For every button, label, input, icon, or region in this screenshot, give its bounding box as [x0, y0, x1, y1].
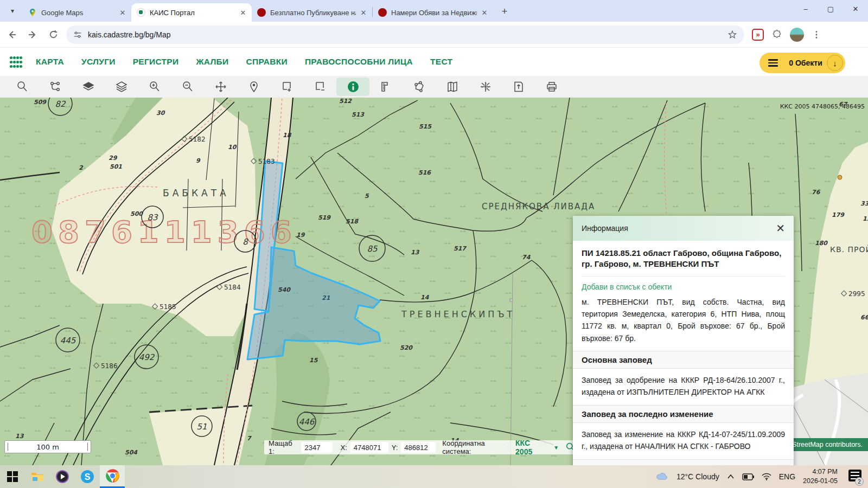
objects-download-arrow[interactable]: ↓	[827, 55, 843, 71]
battery-icon[interactable]	[742, 473, 754, 480]
site-settings-icon[interactable]	[73, 30, 82, 40]
locate-tool[interactable]	[237, 77, 270, 97]
info-panel-body: ПИ 14218.85.21 област Габрово, община Га…	[573, 241, 794, 465]
wifi-icon[interactable]	[762, 473, 771, 480]
parcel-number: 74	[522, 254, 531, 261]
select-rect-remove-tool[interactable]	[303, 77, 336, 97]
tab-kais-portal[interactable]: КАИС Портал ✕	[131, 3, 252, 22]
clock[interactable]: 4:07 PM 2026-01-05	[803, 467, 838, 486]
browser-url-bar: kais.cadastre.bg/bg/Map »	[0, 22, 868, 48]
survey-point-number: 5186	[101, 362, 118, 370]
map-legend-tool[interactable]	[436, 77, 469, 97]
close-button[interactable]: ✕	[843, 0, 868, 17]
tab-bezplatno[interactable]: Безплатно Публикуване на Об ✕	[252, 3, 372, 22]
maximize-button[interactable]: ▢	[818, 0, 843, 17]
notification-center-icon[interactable]: 2	[845, 470, 861, 484]
kais-favicon	[137, 8, 145, 17]
print-tool[interactable]	[535, 77, 568, 97]
objects-list-button[interactable]: 0 Обекти ↓	[760, 53, 845, 73]
circled-parcel-number: 445	[60, 336, 76, 345]
menu-spravki[interactable]: СПРАВКИ	[246, 57, 288, 67]
parcel-number: 179	[832, 211, 845, 219]
language-indicator[interactable]: ENG	[779, 472, 795, 481]
menu-uslugi[interactable]: УСЛУГИ	[81, 57, 116, 67]
skype-icon[interactable]: S	[75, 465, 100, 488]
weather-cloud-icon	[656, 472, 669, 481]
weather-text[interactable]: 12°C Cloudy	[676, 472, 719, 481]
tab-close-icon[interactable]: ✕	[118, 8, 127, 17]
menu-test[interactable]: ТЕСТ	[430, 57, 452, 67]
add-to-objects-link[interactable]: Добави в списък с обекти	[582, 282, 785, 291]
crs-dropdown-caret[interactable]: ▼	[553, 445, 559, 451]
site-favicon	[257, 8, 266, 17]
parcel-number: 29	[108, 155, 118, 162]
tab-search-chevron-icon[interactable]: ▾	[5, 4, 20, 18]
layers-filled-tool[interactable]	[72, 77, 105, 97]
info-panel-title: Информация	[582, 224, 776, 233]
survey-point-number: 5184	[224, 284, 241, 291]
search-tool[interactable]	[5, 77, 39, 97]
parcel-number: 21	[322, 294, 330, 301]
place-label: ТРЕВНЕНСКИПЪТ	[401, 309, 515, 319]
map-toolbar	[0, 76, 868, 98]
forward-button[interactable]	[24, 26, 41, 43]
info-panel-close-icon[interactable]: ✕	[776, 223, 785, 234]
zoom-in-tool[interactable]	[138, 77, 171, 97]
file-explorer-icon[interactable]	[25, 465, 50, 488]
back-button[interactable]	[3, 26, 21, 43]
menu-karta[interactable]: КАРТА	[36, 57, 64, 67]
select-related-tool[interactable]	[39, 77, 72, 97]
parcel-number: 520	[400, 344, 413, 351]
y-input[interactable]	[401, 442, 436, 453]
info-tool[interactable]	[336, 78, 369, 96]
crs-value[interactable]: ККС 2005	[515, 439, 547, 456]
extensions-puzzle-icon[interactable]	[771, 29, 782, 40]
browser-action-icons: »	[752, 28, 821, 42]
x-input[interactable]	[350, 442, 388, 453]
watermark-text: 0876111366	[31, 214, 297, 249]
tab-close-icon[interactable]: ✕	[480, 8, 489, 17]
apps-grid-icon[interactable]	[7, 53, 25, 71]
measure-area-tool[interactable]	[403, 77, 436, 97]
select-rect-add-tool[interactable]	[270, 77, 303, 97]
browser-menu-kebab-icon[interactable]	[812, 30, 821, 40]
tab-label: КАИС Портал	[150, 9, 235, 17]
tab-google-maps[interactable]: Google Maps ✕	[23, 3, 131, 22]
menu-zhalbi[interactable]: ЖАЛБИ	[196, 57, 228, 67]
start-button[interactable]	[0, 465, 25, 488]
info-panel: Информация ✕ ПИ 14218.85.21 област Габро…	[573, 216, 794, 465]
profile-avatar[interactable]	[790, 28, 804, 42]
survey-point-number: 5183	[258, 158, 275, 165]
tab-close-icon[interactable]: ✕	[239, 8, 247, 17]
info-panel-header: Информация ✕	[573, 216, 794, 241]
layers-tool[interactable]	[105, 77, 138, 97]
pan-tool[interactable]	[204, 77, 237, 97]
export-tool[interactable]	[502, 77, 535, 97]
cadastre-map[interactable]: 0876111366 БАБКАТАСРЕДНЯКОВА ЛИВАДАТРЕВН…	[0, 98, 868, 465]
minimize-button[interactable]: –	[793, 0, 818, 17]
new-tab-button[interactable]: +	[497, 4, 512, 18]
parcel-number: 504	[125, 449, 138, 456]
section-heading-main-order: Основна заповед	[573, 351, 794, 369]
scale-input[interactable]	[301, 442, 333, 453]
parcel-number: 15	[309, 357, 318, 364]
reload-button[interactable]	[44, 26, 62, 43]
tab-label: Намери Обяви за Недвижими	[391, 9, 477, 17]
menu-pravosposobni-lica[interactable]: ПРАВОСПОСОБНИ ЛИЦА	[305, 57, 413, 67]
parcel-number: 513	[352, 111, 365, 118]
menu-registri[interactable]: РЕГИСТРИ	[133, 57, 179, 67]
bookmark-star-icon[interactable]	[727, 29, 738, 40]
taskbar-tray: 12°C Cloudy ENG 4:07 PM 2026-01-05 2	[656, 467, 868, 486]
measure-length-tool[interactable]	[369, 77, 403, 97]
extension-icon[interactable]: »	[752, 29, 764, 41]
address-bar[interactable]: kais.cadastre.bg/bg/Map	[66, 25, 744, 44]
media-player-icon[interactable]	[50, 465, 75, 488]
circled-parcel-number: 446	[299, 417, 315, 427]
chrome-icon[interactable]	[100, 465, 125, 488]
tab-nameri-obiavi[interactable]: Намери Обяви за Недвижими ✕	[373, 3, 493, 22]
parcel-number: 512	[339, 98, 352, 105]
zoom-out-tool[interactable]	[171, 77, 204, 97]
coordinate-grid-tool[interactable]	[469, 77, 502, 97]
tray-chevron-icon[interactable]	[727, 474, 735, 479]
tab-close-icon[interactable]: ✕	[359, 8, 368, 17]
